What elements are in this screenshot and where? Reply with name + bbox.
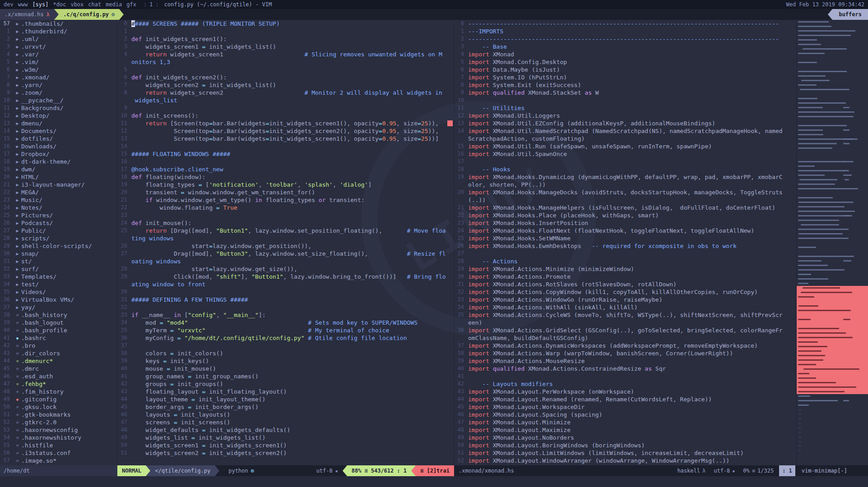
- folder-icon: ▶: [14, 20, 21, 28]
- code-line: 49 widgets_list = init_widgets_list(): [118, 434, 454, 441]
- tree-item[interactable]: 2▶.uml/: [0, 35, 117, 43]
- tree-item[interactable]: 41◆.bashrc: [0, 334, 117, 342]
- tree-item[interactable]: 10▶__pycache__/: [0, 96, 117, 104]
- code-line: 0##### SCREENS ##### (TRIPLE MONITOR SET…: [118, 20, 454, 28]
- wm-status-bar: devwww[sys]*docvboxchatmediagfx : 1 : co…: [0, 0, 868, 9]
- tree-item[interactable]: 20▶HTML/: [0, 173, 117, 181]
- workspace-tag[interactable]: chat: [88, 1, 101, 8]
- editor-pane-xmonad-hs[interactable]: 0---------------------------------------…: [454, 20, 796, 465]
- tree-item[interactable]: 26▶Podcasts/: [0, 219, 117, 227]
- tree-item[interactable]: 4▶.var/: [0, 51, 117, 58]
- tree-item[interactable]: 3▶.urxvt/: [0, 43, 117, 51]
- workspace-tag[interactable]: gfx: [126, 1, 136, 8]
- tree-item[interactable]: 57▶.thumbnails/: [0, 20, 117, 28]
- tree-item[interactable]: 25▶Pictures/: [0, 211, 117, 219]
- code-line: 35import XMonad.Actions.CycleWS (moveTo,…: [455, 311, 796, 319]
- tree-item[interactable]: 1▶.thunderbird/: [0, 28, 117, 35]
- tree-item[interactable]: 13▶dmenu/: [0, 119, 117, 127]
- tree-item[interactable]: 18▶dt-dark-theme/: [0, 158, 117, 165]
- workspace-tag[interactable]: *doc: [53, 1, 66, 8]
- workspace-tag[interactable]: [sys]: [32, 1, 48, 8]
- editor-pane-config-py[interactable]: 0##### SCREENS ##### (TRIPLE MONITOR SET…: [117, 20, 454, 465]
- workspace-tag[interactable]: dev: [4, 1, 14, 8]
- minimap-row: [797, 308, 868, 313]
- tree-item[interactable]: 16▶Downloads/: [0, 142, 117, 150]
- tree-item[interactable]: 39≡.bash_logout: [0, 319, 117, 326]
- tree-item[interactable]: 47≡.fehbg*: [0, 380, 117, 388]
- tree-item[interactable]: 42≡.bro: [0, 342, 117, 349]
- code-line: 37: [118, 342, 454, 349]
- minimap-pane[interactable]: ~~~~~~~~~~: [796, 20, 868, 465]
- tree-item[interactable]: 32▶surf/: [0, 265, 117, 273]
- lines-icon: ≡: [364, 468, 367, 474]
- folder-icon: ▶: [14, 96, 21, 104]
- minimap-row: [797, 241, 868, 245]
- tree-item[interactable]: 27▶Public/: [0, 227, 117, 234]
- tree-item[interactable]: 23▶Music/: [0, 196, 117, 204]
- tree-item[interactable]: 31▶st/: [0, 257, 117, 265]
- tree-item[interactable]: 9▶.zoom/: [0, 89, 117, 96]
- tree-item[interactable]: 35▶Videos/: [0, 288, 117, 296]
- code-line: 36 myConfig = "/home/dt/.config/qtile/co…: [118, 334, 454, 342]
- tree-item[interactable]: 52≡.gtkrc-2.0: [0, 418, 117, 426]
- tree-item[interactable]: 40≡.bash_profile: [0, 326, 117, 334]
- code-line: 16import XMonad.Util.SpawnOnce: [455, 150, 796, 158]
- code-line: 17: [455, 158, 796, 165]
- minimap-row: [797, 326, 868, 331]
- workspace-tag[interactable]: vbox: [70, 1, 84, 8]
- encoding-segment: utf-8 ▪: [714, 468, 735, 474]
- tree-item[interactable]: 21▶i3-layout-manager/: [0, 181, 117, 188]
- tree-item[interactable]: 46≡.esd_auth: [0, 372, 117, 380]
- file-icon: ≡: [14, 326, 21, 334]
- tree-item[interactable]: 38≡.bash_history: [0, 311, 117, 319]
- command-line[interactable]: [0, 476, 868, 487]
- tree-item[interactable]: 43≡.dir_colors: [0, 349, 117, 357]
- tree-item[interactable]: 49◆.gitconfig: [0, 395, 117, 403]
- tree-item[interactable]: 19▶dwm/: [0, 165, 117, 173]
- file-icon: ≡: [14, 365, 21, 372]
- tree-item[interactable]: 14▶Documents/: [0, 127, 117, 135]
- tree-item[interactable]: 57≡.image.so*: [0, 457, 117, 464]
- tree-item[interactable]: 6▶.w3m/: [0, 66, 117, 74]
- filetype-label: python: [228, 468, 248, 474]
- tree-item[interactable]: 22▶MEGA/: [0, 188, 117, 196]
- code-line: 49import XMonad.Layout.NoBorders: [455, 434, 796, 441]
- tree-item[interactable]: 29▶shell-color-scripts/: [0, 242, 117, 250]
- tree-item[interactable]: 12▶Desktop/: [0, 112, 117, 119]
- tree-item[interactable]: 48≡.fim_history: [0, 388, 117, 395]
- tree-item[interactable]: 7▶.xmonad/: [0, 74, 117, 81]
- tree-item[interactable]: 56≡.i3status.conf: [0, 449, 117, 457]
- tree-item[interactable]: 11▶Backgrounds/: [0, 104, 117, 112]
- folder-icon: ▶: [14, 265, 21, 273]
- workspace-tag[interactable]: media: [106, 1, 122, 8]
- tree-item[interactable]: 45≡.dmrc: [0, 365, 117, 372]
- tree-item[interactable]: 5▶.vim/: [0, 58, 117, 66]
- code-line: 12import XMonad.Util.Loggers: [455, 112, 796, 119]
- tab-xmonad-hs[interactable]: .x/xmonad.hs λ: [0, 9, 54, 20]
- code-line: 1: [118, 28, 454, 35]
- file-tree-pane[interactable]: 57▶.thumbnails/1▶.thunderbird/2▶.uml/3▶.…: [0, 20, 117, 465]
- tree-item[interactable]: 55≡.histfile: [0, 441, 117, 449]
- tree-item[interactable]: 50≡.gksu.lock: [0, 403, 117, 411]
- window-title: config.py (~/.config/qtile) - VIM: [164, 1, 272, 8]
- workspace-tag[interactable]: www: [18, 1, 28, 8]
- tree-item[interactable]: 24▶Notes/: [0, 204, 117, 211]
- tree-item[interactable]: 37▶yay/: [0, 303, 117, 311]
- code-line: 14: [118, 142, 454, 150]
- tree-item[interactable]: 36▶VirtualBox VMs/: [0, 296, 117, 303]
- folder-icon: ▶: [14, 35, 21, 43]
- tree-item[interactable]: 8▶.yarn/: [0, 81, 117, 89]
- tree-item[interactable]: 33▶Templates/: [0, 273, 117, 280]
- tab-config-py[interactable]: .c/q/config.py ⚙: [59, 9, 119, 20]
- tree-item[interactable]: 30▶snap/: [0, 250, 117, 257]
- tree-item[interactable]: 34▶test/: [0, 280, 117, 288]
- empty-line-tilde: ~: [797, 430, 868, 435]
- tree-item[interactable]: 53≡.haxornewsconfig: [0, 426, 117, 434]
- minimap-row: [797, 232, 868, 236]
- tree-item[interactable]: 28▶scripts/: [0, 234, 117, 242]
- tree-item[interactable]: 51≡.gtk-bookmarks: [0, 411, 117, 418]
- tree-item[interactable]: 54≡.haxornewshistory: [0, 434, 117, 441]
- tree-item[interactable]: 44≡.dmenurc*: [0, 357, 117, 365]
- tree-item[interactable]: 15▶dotfiles/: [0, 135, 117, 142]
- tree-item[interactable]: 17▶Dropbox/: [0, 150, 117, 158]
